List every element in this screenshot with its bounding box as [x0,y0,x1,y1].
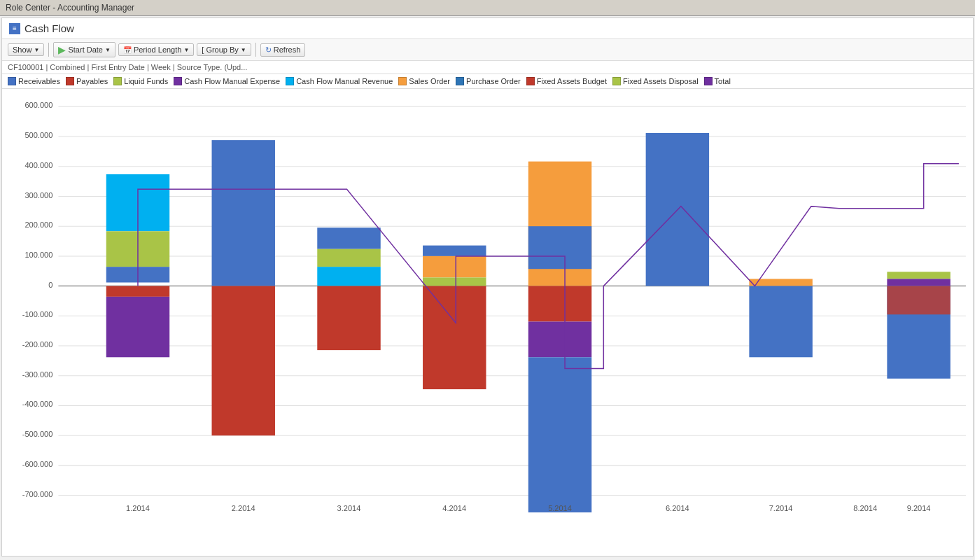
legend-color-fixed-assets-disposal [612,77,621,85]
legend-color-liquid-funds [113,77,122,85]
svg-text:0: 0 [48,281,52,289]
refresh-icon: ↻ [265,46,272,55]
legend-fixed-assets-disposal: Fixed Assets Disposal [612,77,699,85]
main-panel: ≡ Cash Flow Show ▼ ▶ Start Date ▼ 📅 Peri… [1,18,974,556]
panel-header: ≡ Cash Flow [2,18,973,39]
svg-rect-43 [423,286,486,389]
legend-sales-order: Sales Order [398,77,450,85]
svg-rect-48 [528,357,591,512]
legend-color-payables [66,77,74,85]
svg-rect-52 [887,272,950,279]
period-length-button[interactable]: 📅 Period Length ▼ [118,43,194,56]
svg-rect-37 [317,249,380,267]
period-length-icon: 📅 [123,46,132,54]
legend-color-total [704,77,713,85]
svg-rect-33 [106,297,169,357]
group-by-button[interactable]: [ Group By ▼ [197,43,251,56]
svg-text:100.000: 100.000 [24,251,52,259]
svg-rect-32 [106,286,169,297]
legend-label-fixed-assets-disposal: Fixed Assets Disposal [623,77,699,85]
svg-rect-55 [887,286,950,315]
legend-color-receivables [8,77,16,85]
svg-rect-39 [317,286,380,351]
period-length-dropdown-arrow: ▼ [183,47,189,53]
legend-label-payables: Payables [76,77,108,85]
legend-label-cf-manual-expense: Cash Flow Manual Expense [184,77,280,85]
svg-text:7.2014: 7.2014 [769,504,793,512]
show-button[interactable]: Show ▼ [8,43,44,56]
svg-rect-46 [528,286,591,322]
svg-rect-40 [423,246,486,256]
legend-color-fixed-assets-budget [526,77,535,85]
svg-rect-41 [423,256,486,278]
legend: Receivables Payables Liquid Funds Cash F… [2,74,973,89]
svg-rect-51 [749,286,812,358]
legend-total: Total [704,77,731,85]
svg-text:400.000: 400.000 [24,161,52,169]
svg-rect-45 [528,226,591,269]
start-date-icon: ▶ [58,44,66,55]
svg-rect-42 [423,277,486,286]
svg-text:8.2014: 8.2014 [853,504,877,512]
svg-rect-36 [317,227,380,249]
refresh-button[interactable]: ↻ Refresh [260,43,306,57]
svg-rect-38 [317,267,380,286]
chart-container: 600.000 500.000 400.000 300.000 200.000 … [2,89,973,516]
group-by-dropdown-arrow: ▼ [241,47,246,53]
svg-text:-100.000: -100.000 [22,310,53,318]
svg-text:4.2014: 4.2014 [442,504,466,512]
legend-label-liquid-funds: Liquid Funds [124,77,168,85]
svg-text:300.000: 300.000 [24,190,52,199]
legend-cf-manual-expense: Cash Flow Manual Expense [174,77,280,85]
group-by-label: Group By [206,46,238,54]
svg-text:9.2014: 9.2014 [907,504,931,512]
legend-label-fixed-assets-budget: Fixed Assets Budget [537,77,607,85]
legend-label-cf-manual-revenue: Cash Flow Manual Revenue [296,77,393,85]
legend-label-purchase-order: Purchase Order [466,77,521,85]
chart-svg: 600.000 500.000 400.000 300.000 200.000 … [2,92,973,512]
title-bar: Role Center - Accounting Manager [0,0,975,16]
legend-color-purchase-order [456,77,464,85]
window-title: Role Center - Accounting Manager [6,3,134,13]
svg-text:500.000: 500.000 [24,131,52,139]
legend-receivables: Receivables [8,77,60,85]
svg-text:200.000: 200.000 [24,220,52,229]
legend-fixed-assets-budget: Fixed Assets Budget [526,77,607,85]
svg-text:-300.000: -300.000 [22,370,53,379]
refresh-label: Refresh [274,46,301,54]
panel-title: Cash Flow [24,22,74,34]
start-date-button[interactable]: ▶ Start Date ▼ [53,42,115,57]
legend-label-sales-order: Sales Order [409,77,450,85]
svg-rect-47 [528,321,591,357]
toolbar: Show ▼ ▶ Start Date ▼ 📅 Period Length ▼ … [2,39,973,61]
svg-text:-700.000: -700.000 [22,490,53,498]
svg-text:600.000: 600.000 [24,101,52,109]
svg-text:5.2014: 5.2014 [548,504,572,512]
start-date-dropdown-arrow: ▼ [105,47,111,53]
start-date-label: Start Date [68,46,103,54]
svg-rect-34 [212,140,275,286]
legend-label-total: Total [715,77,731,85]
svg-text:6.2014: 6.2014 [666,504,689,512]
legend-purchase-order: Purchase Order [456,77,521,85]
svg-text:-200.000: -200.000 [22,340,53,349]
svg-text:1.2014: 1.2014 [126,504,150,512]
legend-color-cf-manual-revenue [286,77,294,85]
svg-text:3.2014: 3.2014 [337,504,361,512]
legend-color-cf-manual-expense [174,77,182,85]
svg-text:-600.000: -600.000 [22,460,53,468]
separator-1 [48,43,49,57]
svg-text:2.2014: 2.2014 [232,504,255,512]
legend-label-receivables: Receivables [18,77,60,85]
period-length-label: Period Length [134,46,182,54]
group-by-bracket-left: [ [202,46,204,54]
legend-color-sales-order [398,77,407,85]
legend-liquid-funds: Liquid Funds [113,77,168,85]
svg-text:-400.000: -400.000 [22,400,53,408]
svg-text:-500.000: -500.000 [22,430,53,438]
panel-icon: ≡ [9,23,20,34]
show-label: Show [13,46,32,54]
legend-cf-manual-revenue: Cash Flow Manual Revenue [286,77,393,85]
chart-info: CF100001 | Combined | First Entry Date |… [2,61,973,74]
show-dropdown-arrow: ▼ [34,47,40,53]
